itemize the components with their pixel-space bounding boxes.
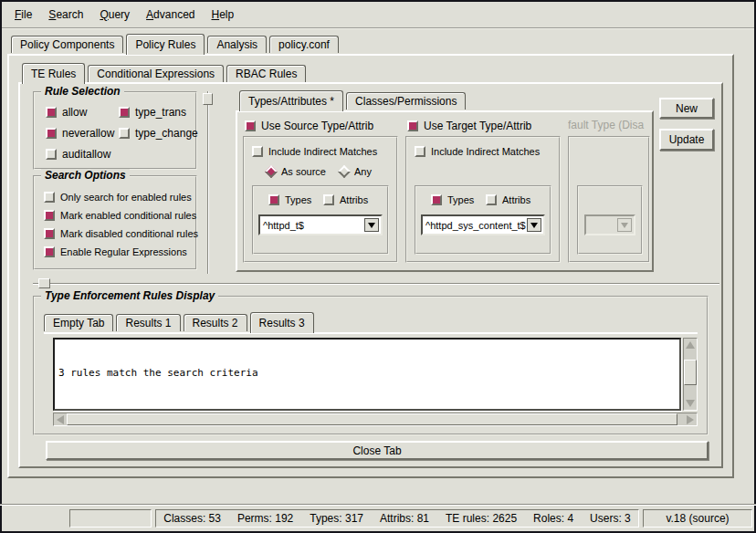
checkbox-auditallow[interactable]: auditallow bbox=[46, 148, 110, 161]
checkbox-indicator bbox=[415, 146, 425, 157]
checkbox-label: Mark disabled conditional rules bbox=[60, 228, 198, 239]
checkbox-use-source-type[interactable]: Use Source Type/Attrib bbox=[245, 120, 373, 132]
menu-search[interactable]: Search bbox=[48, 8, 83, 21]
horizontal-sash-line bbox=[33, 283, 719, 285]
tab-policy-rules[interactable]: Policy Rules bbox=[126, 34, 205, 55]
menu-query[interactable]: Query bbox=[100, 8, 130, 21]
scrollbar-thumb[interactable] bbox=[684, 360, 697, 385]
arrow-down-icon bbox=[686, 400, 695, 407]
vertical-sash-handle[interactable] bbox=[203, 93, 213, 105]
tab-results-3[interactable]: Results 3 bbox=[250, 312, 314, 333]
tab-results-1[interactable]: Results 1 bbox=[116, 314, 180, 331]
checkbox-indicator bbox=[44, 192, 55, 203]
checkbox-label: auditallow bbox=[62, 148, 110, 161]
dropdown-arrow-button bbox=[617, 218, 632, 232]
stat-classes: Classes: 53 bbox=[163, 512, 221, 525]
tab-classes-permissions[interactable]: Classes/Permissions bbox=[346, 92, 466, 110]
chevron-down-icon bbox=[368, 223, 375, 228]
dropdown-arrow-button[interactable] bbox=[527, 218, 541, 232]
tab-types-attributes[interactable]: Types/Attributes * bbox=[239, 90, 343, 111]
checkbox-indicator bbox=[431, 194, 442, 205]
scroll-right-button[interactable] bbox=[684, 413, 697, 426]
checkbox-mark-enabled-conditional[interactable]: Mark enabled conditional rules bbox=[44, 210, 196, 221]
checkbox-label: type_change bbox=[135, 127, 198, 140]
results-summary: 3 rules match the search criteria bbox=[58, 367, 676, 380]
status-bar-separator bbox=[0, 504, 756, 506]
checkbox-mark-disabled-conditional[interactable]: Mark disabled conditional rules bbox=[44, 228, 198, 239]
tab-conditional-expressions[interactable]: Conditional Expressions bbox=[88, 65, 224, 82]
checkbox-label: Types bbox=[285, 194, 311, 205]
update-button[interactable]: Update bbox=[659, 129, 714, 151]
scrollbar-thumb[interactable] bbox=[67, 413, 677, 425]
tab-empty-tab[interactable]: Empty Tab bbox=[44, 314, 113, 331]
tab-rbac-rules[interactable]: RBAC Rules bbox=[226, 65, 306, 82]
checkbox-indicator bbox=[268, 194, 279, 205]
checkbox-enable-regex[interactable]: Enable Regular Expressions bbox=[44, 246, 187, 257]
checkbox-label: Attribs bbox=[340, 194, 368, 205]
checkbox-label: Use Target Type/Attrib bbox=[424, 120, 531, 132]
source-types-attribs-frame: Types Attribs ^httpd_t$ bbox=[252, 185, 389, 255]
search-options-title: Search Options bbox=[41, 169, 130, 182]
checkbox-source-attribs[interactable]: Attribs bbox=[323, 194, 368, 205]
tab-policy-conf[interactable]: policy.conf bbox=[269, 36, 339, 53]
results-text-area[interactable]: 3 rules match the search criteria (5822)… bbox=[53, 338, 681, 411]
stat-perms: Perms: 192 bbox=[237, 512, 293, 525]
checkbox-label: Include Indirect Matches bbox=[431, 146, 540, 157]
checkbox-source-types[interactable]: Types bbox=[268, 194, 311, 205]
te-tab-bar: TE Rules Conditional Expressions RBAC Ru… bbox=[22, 63, 309, 82]
status-stats-box: Classes: 53 Perms: 192 Types: 317 Attrib… bbox=[155, 509, 639, 528]
checkbox-type-change[interactable]: type_change bbox=[119, 127, 198, 140]
dropdown-arrow-button[interactable] bbox=[364, 218, 379, 232]
tab-analysis[interactable]: Analysis bbox=[207, 36, 267, 53]
horizontal-sash-handle[interactable] bbox=[38, 278, 50, 288]
ta-tab-bar: Types/Attributes * Classes/Permissions bbox=[239, 90, 468, 110]
checkbox-indicator bbox=[46, 107, 57, 118]
checkbox-indicator bbox=[486, 194, 497, 205]
tab-te-rules[interactable]: TE Rules bbox=[22, 63, 85, 84]
target-type-combobox[interactable]: ^httpd_sys_content_t$ bbox=[421, 214, 545, 235]
close-tab-button[interactable]: Close Tab bbox=[46, 441, 709, 460]
blank-line bbox=[58, 405, 676, 411]
arrow-up-icon bbox=[686, 341, 695, 349]
checkbox-target-attribs[interactable]: Attribs bbox=[486, 194, 530, 205]
checkbox-source-indirect[interactable]: Include Indirect Matches bbox=[252, 146, 377, 157]
radio-any[interactable]: Any bbox=[340, 166, 372, 177]
checkbox-indicator bbox=[323, 194, 334, 205]
checkbox-neverallow[interactable]: neverallow bbox=[46, 127, 114, 140]
checkbox-indicator bbox=[119, 107, 130, 118]
arrow-left-icon bbox=[57, 415, 64, 424]
scroll-up-button[interactable] bbox=[684, 339, 697, 351]
checkbox-label: Mark enabled conditional rules bbox=[60, 210, 196, 221]
menu-file[interactable]: File bbox=[15, 8, 32, 21]
scroll-left-button[interactable] bbox=[54, 413, 67, 426]
menu-help[interactable]: Help bbox=[211, 8, 234, 21]
scrollbar-track[interactable] bbox=[67, 413, 684, 425]
scroll-down-button[interactable] bbox=[684, 397, 697, 410]
tab-results-2[interactable]: Results 2 bbox=[184, 314, 247, 331]
checkbox-label: allow bbox=[62, 106, 87, 119]
checkbox-use-target-type[interactable]: Use Target Type/Attrib bbox=[407, 120, 531, 132]
horizontal-scrollbar[interactable] bbox=[53, 413, 698, 426]
target-types-attribs-frame: Types Attribs ^httpd_sys_content_t$ bbox=[415, 185, 551, 255]
checkbox-label: type_trans bbox=[135, 106, 186, 119]
policy-version: v.18 (source) bbox=[666, 512, 729, 525]
chevron-down-icon bbox=[621, 223, 628, 228]
new-button[interactable]: New bbox=[659, 98, 714, 119]
checkbox-only-enabled-rules[interactable]: Only search for enabled rules bbox=[44, 192, 192, 203]
scrollbar-track[interactable] bbox=[684, 351, 697, 397]
menu-advanced[interactable]: Advanced bbox=[146, 8, 194, 21]
checkbox-indicator bbox=[407, 120, 418, 131]
checkbox-type-trans[interactable]: type_trans bbox=[119, 106, 186, 119]
checkbox-target-indirect[interactable]: Include Indirect Matches bbox=[415, 146, 540, 157]
tab-policy-components[interactable]: Policy Components bbox=[11, 36, 123, 53]
vertical-scrollbar[interactable] bbox=[683, 338, 698, 411]
checkbox-target-types[interactable]: Types bbox=[431, 194, 474, 205]
radio-as-source[interactable]: As source bbox=[267, 166, 326, 177]
checkbox-allow[interactable]: allow bbox=[46, 106, 87, 119]
stat-users: Users: 3 bbox=[590, 512, 631, 525]
status-version-box: v.18 (source) bbox=[643, 509, 752, 528]
combobox-value: ^httpd_sys_content_t$ bbox=[423, 220, 527, 231]
checkbox-label: Attribs bbox=[502, 194, 530, 205]
source-type-combobox[interactable]: ^httpd_t$ bbox=[258, 214, 383, 235]
checkbox-indicator bbox=[46, 149, 57, 160]
